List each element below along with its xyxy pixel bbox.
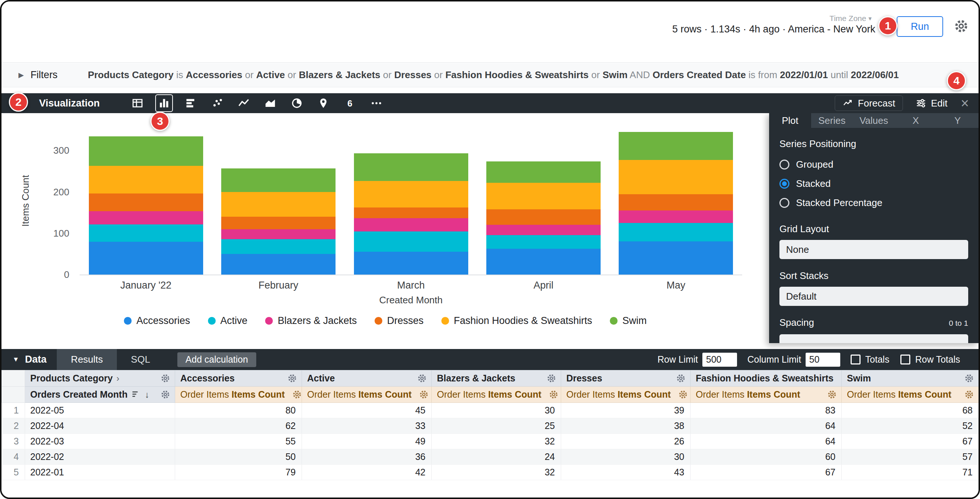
- table-cell-value[interactable]: 64: [690, 418, 842, 434]
- bar-segment-fashion-hoodies-sweatshirts[interactable]: [89, 166, 203, 194]
- column-header-products-category[interactable]: Products Category›: [25, 370, 175, 386]
- add-calculation-button[interactable]: Add calculation: [177, 352, 256, 367]
- table-cell-value[interactable]: 55: [175, 434, 302, 449]
- measure-header-swim[interactable]: Order Items Items Count: [842, 386, 979, 403]
- gear-icon[interactable]: [419, 389, 429, 399]
- table-cell-value[interactable]: 67: [842, 434, 979, 449]
- bar-segment-fashion-hoodies-sweatshirts[interactable]: [354, 181, 468, 208]
- table-cell-value[interactable]: 80: [175, 403, 302, 418]
- column-header-fashion-hoodies-sweatshirts[interactable]: Fashion Hoodies & Sweatshirts: [690, 370, 842, 386]
- table-cell-value[interactable]: 32: [432, 434, 561, 449]
- bar-segment-active[interactable]: [486, 235, 601, 249]
- bar-segment-active[interactable]: [354, 232, 468, 252]
- radio-grouped[interactable]: Grouped: [780, 155, 968, 174]
- expand-arrow-icon[interactable]: ▶: [18, 71, 24, 79]
- gear-icon[interactable]: [549, 389, 558, 399]
- bar-segment-swim[interactable]: [354, 153, 468, 181]
- bar-segment-blazers-jackets[interactable]: [486, 225, 601, 235]
- table-cell-value[interactable]: 60: [690, 449, 842, 465]
- table-cell-value[interactable]: 38: [561, 418, 690, 434]
- table-cell-value[interactable]: 64: [690, 434, 842, 449]
- table-cell-month[interactable]: 2022-05: [25, 403, 175, 418]
- forecast-button[interactable]: Forecast: [835, 95, 903, 111]
- totals-checkbox[interactable]: [851, 354, 861, 364]
- measure-header-dresses[interactable]: Order Items Items Count: [561, 386, 690, 403]
- table-cell-value[interactable]: 24: [432, 449, 561, 465]
- column-header-active[interactable]: Active: [302, 370, 432, 386]
- tab-y[interactable]: Y: [937, 113, 978, 128]
- tab-sql[interactable]: SQL: [117, 349, 164, 370]
- measure-header-blazers-jackets[interactable]: Order Items Items Count: [432, 386, 561, 403]
- bar-segment-active[interactable]: [619, 223, 733, 242]
- column-limit-input[interactable]: [806, 353, 840, 367]
- tab-results[interactable]: Results: [57, 349, 117, 370]
- table-cell-month[interactable]: 2022-04: [25, 418, 175, 434]
- tab-plot[interactable]: Plot: [769, 113, 811, 128]
- table-cell-value[interactable]: 83: [690, 403, 842, 418]
- table-cell-value[interactable]: 79: [175, 465, 302, 480]
- grid-layout-select[interactable]: None: [780, 240, 968, 259]
- bar-segment-fashion-hoodies-sweatshirts[interactable]: [619, 160, 733, 194]
- legend-item-dresses[interactable]: Dresses: [375, 315, 424, 327]
- bar-segment-blazers-jackets[interactable]: [221, 229, 336, 239]
- gear-icon[interactable]: [417, 373, 427, 383]
- row-limit-input[interactable]: [702, 353, 737, 367]
- table-cell-value[interactable]: 50: [175, 449, 302, 465]
- legend-item-blazers-jackets[interactable]: Blazers & Jackets: [265, 315, 357, 327]
- measure-header-accessories[interactable]: Order Items Items Count: [175, 386, 302, 403]
- bar-segment-fashion-hoodies-sweatshirts[interactable]: [486, 183, 601, 209]
- column-header-accessories[interactable]: Accessories: [175, 370, 302, 386]
- legend-item-accessories[interactable]: Accessories: [124, 315, 190, 327]
- column-header-dresses[interactable]: Dresses: [561, 370, 690, 386]
- bar-segment-active[interactable]: [89, 224, 203, 242]
- bar-segment-swim[interactable]: [486, 161, 601, 183]
- table-cell-value[interactable]: 33: [302, 418, 432, 434]
- table-cell-value[interactable]: 45: [302, 403, 432, 418]
- bar-group-may[interactable]: [619, 132, 733, 275]
- bar-segment-accessories[interactable]: [221, 254, 336, 275]
- edit-button[interactable]: Edit: [913, 97, 950, 110]
- timezone-dropdown[interactable]: Time Zone ▾: [830, 14, 872, 23]
- table-cell-value[interactable]: 39: [561, 403, 690, 418]
- column-header-swim[interactable]: Swim: [842, 370, 979, 386]
- tab-values[interactable]: Values: [853, 113, 895, 128]
- bar-segment-accessories[interactable]: [89, 242, 203, 275]
- bar-segment-swim[interactable]: [89, 137, 203, 166]
- legend-item-active[interactable]: Active: [208, 315, 248, 327]
- table-cell-value[interactable]: 57: [842, 449, 979, 465]
- bar-segment-dresses[interactable]: [486, 209, 601, 225]
- table-cell-value[interactable]: 68: [842, 403, 979, 418]
- table-cell-value[interactable]: 42: [302, 465, 432, 480]
- table-cell-value[interactable]: 30: [432, 403, 561, 418]
- bar-segment-accessories[interactable]: [354, 252, 468, 275]
- viz-icon-scatter-chart[interactable]: [208, 94, 226, 112]
- gear-icon[interactable]: [161, 389, 170, 399]
- bar-group-march[interactable]: [354, 153, 468, 275]
- bar-segment-dresses[interactable]: [89, 194, 203, 211]
- viz-icon-bar-chart[interactable]: [182, 94, 199, 112]
- bar-segment-accessories[interactable]: [619, 242, 733, 275]
- close-icon[interactable]: ×: [961, 96, 969, 110]
- viz-icon-single-value[interactable]: 6: [341, 94, 359, 112]
- viz-icon-column-chart[interactable]: [155, 94, 173, 112]
- tab-x[interactable]: X: [895, 113, 937, 128]
- bar-segment-swim[interactable]: [619, 132, 733, 160]
- tab-series[interactable]: Series: [811, 113, 853, 128]
- radio-stacked-percentage[interactable]: Stacked Percentage: [780, 193, 968, 212]
- table-cell-value[interactable]: 71: [842, 465, 979, 480]
- sort-icon[interactable]: [131, 389, 141, 399]
- bar-group-january-22[interactable]: [89, 137, 203, 275]
- bar-segment-accessories[interactable]: [486, 249, 601, 275]
- column-header-blazers-jackets[interactable]: Blazers & Jackets: [432, 370, 561, 386]
- gear-icon[interactable]: [676, 373, 686, 383]
- column-header-orders-created-month[interactable]: Orders Created Month↓: [25, 386, 175, 403]
- measure-header-fashion-hoodies-sweatshirts[interactable]: Order Items Items Count: [690, 386, 842, 403]
- table-cell-value[interactable]: 49: [302, 434, 432, 449]
- gear-icon[interactable]: [161, 373, 170, 383]
- gear-icon[interactable]: [964, 373, 974, 383]
- data-section-toggle[interactable]: ▼ Data: [2, 354, 57, 365]
- table-cell-month[interactable]: 2022-01: [25, 465, 175, 480]
- gear-icon[interactable]: [546, 373, 556, 383]
- bar-segment-blazers-jackets[interactable]: [89, 211, 203, 224]
- bar-group-april[interactable]: [486, 161, 601, 275]
